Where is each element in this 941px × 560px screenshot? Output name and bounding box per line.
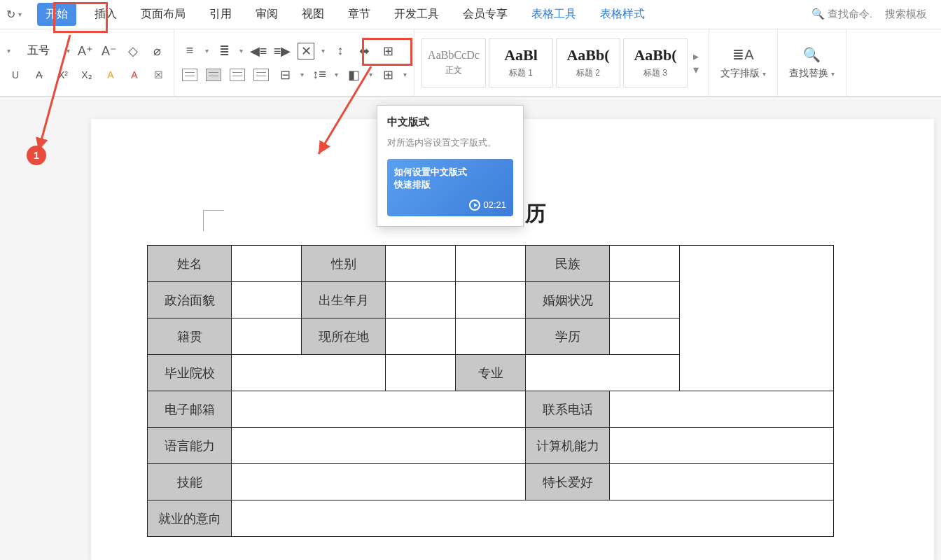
style-正文[interactable]: AaBbCcDc正文 [421,38,486,88]
line-spacing-icon[interactable]: ⬌ [356,43,372,59]
table-cell[interactable]: 政治面貌 [148,282,232,318]
style-标题 1[interactable]: AaBl标题 1 [489,38,553,88]
table-cell[interactable]: 毕业院校 [148,355,232,391]
table-cell[interactable] [232,246,302,282]
table-cell[interactable] [610,246,680,282]
table-cell[interactable]: 语言能力 [148,428,232,464]
table-cell[interactable] [386,282,456,318]
table-cell[interactable] [456,282,526,318]
table-cell[interactable]: 联系电话 [526,391,610,428]
table-cell[interactable]: 技能 [148,464,232,500]
table-cell[interactable] [610,282,680,318]
table-cell[interactable] [232,464,526,500]
tab-表格样式[interactable]: 表格样式 [594,3,650,26]
table-cell[interactable] [456,318,526,355]
redo-button[interactable]: ↻▾ [4,5,25,24]
tooltip-title: 中文版式 [387,115,513,129]
table-cell[interactable] [232,318,302,355]
table-cell[interactable] [386,246,456,282]
font-size-select[interactable]: 五号 [18,43,60,58]
strike-icon[interactable]: A̶ [31,66,48,83]
table-cell[interactable]: 性别 [302,246,386,282]
resume-table[interactable]: 姓名性别民族政治面貌出生年月婚姻状况籍贯现所在地学历毕业院校专业电子邮箱联系电话… [147,245,834,537]
table-cell[interactable]: 专业 [456,355,526,391]
align-left-icon[interactable] [181,66,198,83]
tab-审阅[interactable]: 审阅 [250,3,284,26]
tab-插入[interactable]: 插入 [89,3,123,26]
align-right-icon[interactable] [229,66,246,83]
table-cell[interactable] [610,391,834,428]
tab-引用[interactable]: 引用 [204,3,237,26]
table-cell[interactable] [232,282,302,318]
decrease-font-icon[interactable]: A⁻ [101,43,118,59]
ribbon-toolbar: ▾ 五号 ▾ A⁺ A⁻ ◇ ⌀ U A̶ X² X₂ A A ☒ ≡▾ ≣▾ … [0,29,941,97]
decrease-indent-icon[interactable]: ◀≡ [250,43,267,59]
tab-开始[interactable]: 开始 [37,3,76,26]
underline-icon[interactable]: U [7,66,24,83]
tab-视图[interactable]: 视图 [296,3,330,26]
asian-layout-icon[interactable]: ✕ [298,43,314,59]
table-cell[interactable]: 出生年月 [302,282,386,318]
table-cell[interactable]: 电子邮箱 [148,391,232,428]
tab-开发工具[interactable]: 开发工具 [389,3,445,26]
find-replace-button[interactable]: 🔍 查找替换 ▾ [778,29,846,96]
table-cell[interactable]: 姓名 [148,246,232,282]
styles-gallery: AaBbCcDc正文AaBl标题 1AaBb(标题 2AaBb(标题 3▸▾ [414,29,709,96]
distribute-icon[interactable]: ⊟ [277,66,293,83]
table-cell[interactable] [232,428,526,464]
text-layout-button[interactable]: ≣A 文字排版 ▾ [709,29,778,96]
search-template[interactable]: 搜索模板 [885,8,927,21]
borders-icon[interactable]: ⊞ [379,66,396,83]
shading-icon[interactable]: ◧ [345,66,362,83]
video-duration: 02:21 [469,200,506,211]
table-cell[interactable]: 学历 [526,318,610,355]
char-border-icon[interactable]: ☒ [150,66,167,83]
tab-表格工具[interactable]: 表格工具 [526,3,582,26]
table-cell[interactable]: 计算机能力 [526,428,610,464]
tab-会员专享[interactable]: 会员专享 [457,3,513,26]
table-cell[interactable]: 籍贯 [148,318,232,355]
document-title-fragment: 历 [525,200,546,228]
table-cell[interactable] [232,391,526,428]
align-justify-icon[interactable] [253,66,270,83]
tooltip-video-card[interactable]: 如何设置中文版式 快速排版 02:21 [387,159,513,216]
play-icon [469,200,480,211]
tab-章节[interactable]: 章节 [342,3,376,26]
superscript-icon[interactable]: X² [55,66,71,83]
tab-页面布局[interactable]: 页面布局 [135,3,191,26]
table-cell[interactable] [386,355,456,391]
subscript-icon[interactable]: X₂ [78,66,95,83]
table-cell[interactable] [386,318,456,355]
increase-font-icon[interactable]: A⁺ [77,43,94,59]
table-cell[interactable] [610,428,834,464]
font-group: ▾ 五号 ▾ A⁺ A⁻ ◇ ⌀ U A̶ X² X₂ A A ☒ [0,29,174,96]
clear-format-icon[interactable]: ◇ [125,43,141,59]
style-标题 3[interactable]: AaBb(标题 3 [623,38,688,88]
table-cell[interactable] [456,246,526,282]
table-cell[interactable] [232,355,386,391]
bullets-icon[interactable]: ≡ [181,43,198,59]
table-cell[interactable]: 特长爱好 [526,464,610,500]
callout-1: 1 [27,146,46,165]
table-cell[interactable]: 婚姻状况 [526,282,610,318]
table-cell[interactable] [526,355,680,391]
highlight-icon[interactable]: A [102,66,119,83]
line-height-icon[interactable]: ↕≡ [311,66,328,83]
numbering-icon[interactable]: ≣ [216,43,232,59]
font-color-icon[interactable]: A [126,66,143,83]
search-command[interactable]: 🔍 查找命令. [811,8,872,21]
table-cell[interactable] [610,318,680,355]
table-cell[interactable] [680,246,834,391]
ruler-icon[interactable]: ⊞ [379,43,396,59]
table-cell[interactable]: 就业的意向 [148,500,232,537]
style-标题 2[interactable]: AaBb(标题 2 [556,38,620,88]
increase-indent-icon[interactable]: ≡▶ [274,43,291,59]
page-corner [203,210,224,231]
pinyin-icon[interactable]: ⌀ [148,43,165,59]
table-cell[interactable] [232,500,834,537]
sort-icon[interactable]: ↕ [332,43,349,59]
table-cell[interactable] [610,464,834,500]
table-cell[interactable]: 民族 [526,246,610,282]
table-cell[interactable]: 现所在地 [302,318,386,355]
align-center-icon[interactable] [205,66,222,83]
